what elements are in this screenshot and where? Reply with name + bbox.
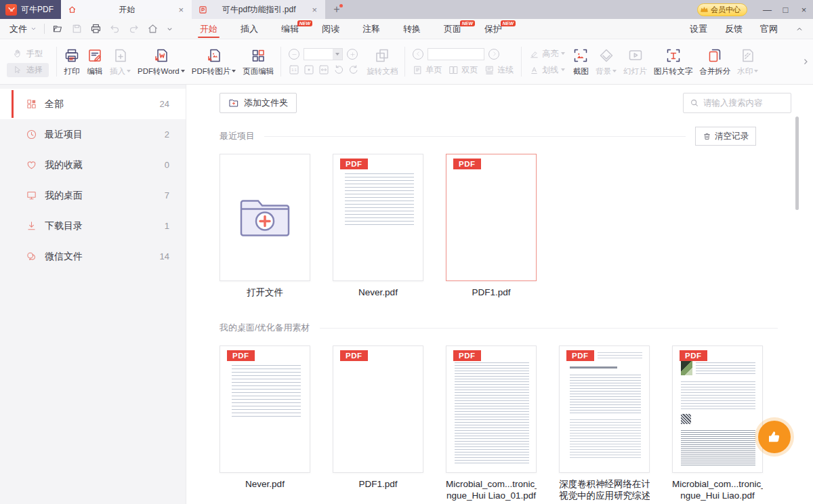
pdf-to-image-icon bbox=[206, 47, 222, 64]
document-preview bbox=[570, 366, 617, 369]
folder-add-icon bbox=[228, 98, 239, 108]
slideshow-button: 幻灯片 bbox=[620, 47, 650, 77]
item-count: 0 bbox=[165, 160, 169, 170]
rotate-document-button: 旋转文档 bbox=[363, 47, 401, 77]
scrollbar-thumb[interactable] bbox=[795, 117, 799, 210]
website-link[interactable]: 官网 bbox=[760, 23, 778, 35]
card-label-line2: 视觉中的应用研究综述_卢宏 bbox=[559, 490, 650, 501]
sidebar-item-all[interactable]: 全部 24 bbox=[0, 89, 186, 119]
minimize-button[interactable]: — bbox=[758, 0, 776, 19]
home-shortcut-icon[interactable] bbox=[147, 23, 159, 35]
divider bbox=[280, 47, 281, 77]
search-icon bbox=[690, 98, 699, 108]
print-icon[interactable] bbox=[90, 23, 102, 35]
toolbar-overflow-button[interactable] bbox=[799, 39, 812, 84]
settings-link[interactable]: 设置 bbox=[690, 23, 707, 35]
tab-document-close-icon[interactable]: × bbox=[310, 5, 318, 15]
menu-tab-insert[interactable]: 插入 bbox=[229, 19, 270, 39]
underline-a-icon bbox=[529, 65, 539, 75]
pdf-badge: PDF bbox=[680, 350, 707, 361]
vip-label: 会员中心 bbox=[711, 5, 741, 15]
app-window: 可牛PDF 开始 × 可牛pdf功能指引.pdf × + 会员中心 — □ × … bbox=[0, 0, 813, 504]
single-page-icon bbox=[413, 65, 423, 75]
sidebar-item-downloads[interactable]: 下载目录 1 bbox=[0, 211, 186, 241]
card-never-pdf[interactable]: PDF Never.pdf bbox=[333, 154, 423, 298]
card-label: Never.pdf bbox=[220, 478, 310, 490]
print-button[interactable]: 打印 bbox=[60, 47, 83, 77]
open-file-icon[interactable] bbox=[52, 23, 64, 35]
card-never-pdf[interactable]: PDF Never.pdf bbox=[220, 345, 310, 501]
clear-history-button[interactable]: 清空记录 bbox=[695, 127, 756, 146]
pdf-to-word-button[interactable]: PDF转Word bbox=[134, 47, 188, 77]
add-folder-button[interactable]: 添加文件夹 bbox=[220, 93, 297, 113]
feedback-like-button[interactable] bbox=[758, 421, 791, 453]
printer-icon bbox=[64, 47, 80, 64]
card-open-file[interactable]: 打开文件 bbox=[220, 154, 310, 298]
sidebar-item-desktop[interactable]: 我的桌面 7 bbox=[0, 180, 186, 211]
chevron-down-icon bbox=[30, 26, 37, 32]
app-logo-icon bbox=[5, 4, 17, 16]
select-tool-button: 选择 bbox=[7, 63, 49, 77]
card-pdf1-pdf[interactable]: PDF PDF1.pdf bbox=[446, 154, 537, 298]
close-button[interactable]: × bbox=[795, 0, 813, 19]
home-icon bbox=[68, 5, 77, 14]
main-content: 添加文件夹 最近项目 清空记录 bbox=[186, 85, 813, 504]
tab-home[interactable]: 开始 × bbox=[61, 0, 192, 19]
redo-icon bbox=[128, 23, 140, 35]
actual-size-icon: 1:1 bbox=[289, 64, 299, 75]
merge-split-button[interactable]: 合并拆分 bbox=[696, 47, 734, 77]
card-microbial-01-pdf[interactable]: PDF Microbial_com...tronic_to ngue_Hui L… bbox=[446, 345, 537, 501]
hand-tool-button: 手型 bbox=[7, 47, 49, 61]
image-to-text-button[interactable]: 图片转文字 bbox=[650, 47, 696, 77]
previous-page-icon bbox=[413, 49, 423, 60]
grid-icon bbox=[26, 98, 37, 110]
toolbar-options-icon[interactable] bbox=[166, 25, 173, 33]
menu-tab-read[interactable]: 阅读 bbox=[310, 19, 351, 39]
card-microbial-pdf[interactable]: PDF Microbial_com...tronic_to ngue_Hui L… bbox=[672, 345, 763, 501]
card-label-line2: ngue_Hui Liao_01.pdf bbox=[446, 490, 537, 501]
card-label: 打开文件 bbox=[220, 287, 310, 298]
page-edit-icon bbox=[250, 47, 266, 64]
card-pdf1-pdf[interactable]: PDF PDF1.pdf bbox=[333, 345, 423, 501]
divider bbox=[264, 136, 686, 137]
menu-tab-protect[interactable]: 保护NEW bbox=[473, 19, 514, 39]
rotate-right-icon bbox=[348, 64, 359, 75]
document-preview bbox=[570, 419, 641, 460]
tab-home-close-icon[interactable]: × bbox=[177, 5, 185, 15]
edit-icon bbox=[87, 47, 103, 64]
divider bbox=[320, 328, 778, 329]
heart-icon bbox=[26, 159, 37, 171]
toolbar: 手型 选择 打印 编辑 插入 PDF转Word PDF转图片 bbox=[0, 39, 813, 85]
single-page-view-button: 单页 bbox=[413, 64, 442, 76]
menu-tab-convert[interactable]: 转换 bbox=[392, 19, 432, 39]
open-folder-icon bbox=[239, 194, 291, 237]
collapse-ribbon-icon[interactable] bbox=[795, 25, 804, 33]
file-menu[interactable]: 文件 bbox=[9, 23, 37, 35]
new-badge: NEW bbox=[501, 20, 516, 26]
sidebar-item-recent[interactable]: 最近项目 2 bbox=[0, 119, 186, 150]
merge-split-icon bbox=[707, 47, 723, 64]
zoom-level-select bbox=[304, 48, 343, 60]
feedback-link[interactable]: 反馈 bbox=[725, 23, 743, 35]
edit-button[interactable]: 编辑 bbox=[83, 47, 106, 77]
sidebar-item-favorites[interactable]: 我的收藏 0 bbox=[0, 150, 186, 180]
menu-tab-page[interactable]: 页面NEW bbox=[432, 19, 473, 39]
screenshot-button[interactable]: 截图 bbox=[569, 47, 592, 77]
document-thumbnail bbox=[681, 361, 692, 375]
search-box[interactable] bbox=[683, 93, 791, 113]
pdf-to-image-button[interactable]: PDF转图片 bbox=[188, 47, 240, 77]
cursor-icon bbox=[13, 65, 22, 75]
maximize-button[interactable]: □ bbox=[776, 0, 795, 19]
page-edit-button[interactable]: 页面编辑 bbox=[239, 47, 277, 77]
slideshow-icon bbox=[627, 47, 644, 64]
search-input[interactable] bbox=[703, 98, 781, 108]
new-tab-button[interactable]: + bbox=[325, 0, 348, 19]
card-cnn-survey-pdf[interactable]: PDF 深度卷积神经网络在计算机 视觉中的应用研究综述_卢宏 bbox=[559, 345, 650, 501]
menu-tab-home[interactable]: 开始 bbox=[188, 19, 229, 39]
menu-tab-edit[interactable]: 编辑NEW bbox=[270, 19, 310, 39]
sidebar-item-wechat[interactable]: 微信文件 14 bbox=[0, 241, 186, 272]
tab-document[interactable]: 可牛pdf功能指引.pdf × bbox=[192, 0, 325, 19]
vip-member-center-button[interactable]: 会员中心 bbox=[697, 3, 747, 16]
menu-tab-annotate[interactable]: 注释 bbox=[351, 19, 392, 39]
item-count: 2 bbox=[165, 129, 169, 140]
